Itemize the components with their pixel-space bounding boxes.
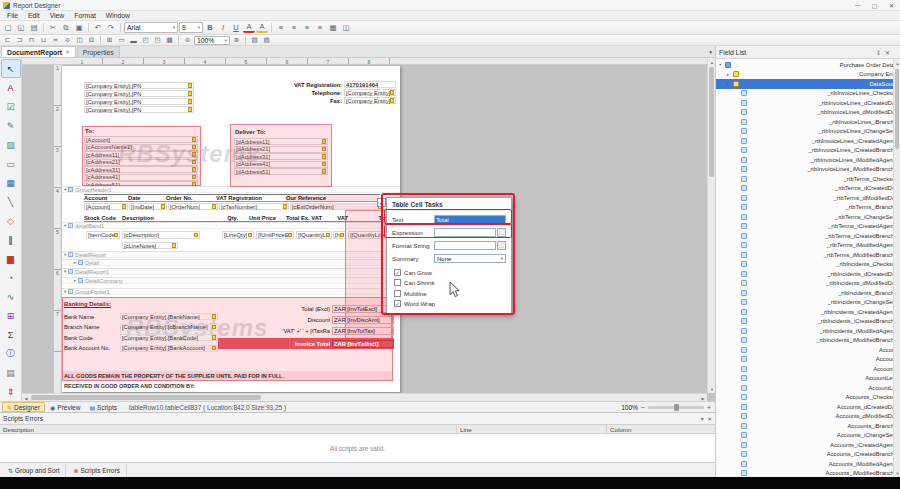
label-tool[interactable]: A [1,78,21,97]
field-list-item[interactable]: ▾ Purchase Order Details [716,60,900,70]
center-vertically-icon[interactable]: ≎ [62,36,73,45]
band-groupheader1[interactable]: ▾GroupHeader1 [62,186,400,193]
scroll-up-icon[interactable]: ▲ [708,58,716,66]
zoom-slider[interactable] [648,406,704,409]
field-list-item[interactable]: _rtbIncidents_iChangeSetID [716,298,900,308]
close-icon[interactable]: ✕ [707,416,712,422]
popup-checkbox[interactable]: Word Wrap [392,299,506,310]
tab-designer[interactable]: ✎Designer [2,402,45,412]
align-left-edges-icon[interactable]: ⊏ [2,36,13,45]
company-field[interactable]: [Company Entity].[PN [84,82,194,89]
field-list-item[interactable]: AccountLevel [716,374,900,384]
detail-field[interactable]: [InvTotTax [333,231,346,239]
text-input[interactable]: Total [434,215,506,224]
summary-select[interactable]: None▾ [434,254,506,263]
field-list-item[interactable]: _rtbInvoiceLines_iCreatedBranchID [716,146,900,156]
italic-button[interactable]: I [217,22,229,33]
cross-band-line-tool[interactable]: ⇕ [1,382,21,401]
bring-to-front-icon[interactable]: ◰ [140,36,151,45]
minimize-button[interactable]: — [849,0,866,10]
chart-tool[interactable]: ▆ [1,249,21,268]
collapse-icon[interactable]: ▾ [64,223,66,228]
align-center-icon[interactable]: ≡ [288,22,300,33]
menu-item[interactable]: File [2,12,23,19]
scroll-down-icon[interactable]: ▼ [894,469,900,477]
field-list-item[interactable]: _rtbTerms_Checksum [716,174,900,184]
error-grid-column-header[interactable]: Description [0,425,457,433]
detail-field[interactable]: [fUnitPriceExcl] [256,231,294,239]
footer-received-line[interactable]: RECEIVED IN GOOD ORDER AND CONDITION BY: [64,383,195,389]
justify-icon[interactable]: ≡ [314,22,326,33]
expression-input[interactable] [434,228,496,237]
tab-group-and-sort[interactable]: ⇅Group and Sort [2,464,66,477]
field-list-item[interactable]: ▾ DataSource [716,79,900,89]
pivot-grid-tool[interactable]: ⊞ [1,306,21,325]
undo-icon[interactable]: ↶ [92,22,104,33]
collapse-icon[interactable]: ▾ [64,289,66,294]
align-right-edges-icon[interactable]: ⊐ [14,36,25,45]
field-list-item[interactable]: _rtbInvoiceLines_iBranchID [716,117,900,127]
scrollbar-thumb[interactable] [709,67,714,177]
detail-field[interactable]: [fQuantityLineT [296,231,332,239]
collapse-icon[interactable]: ▸ [74,260,76,265]
field-list-item[interactable]: _rtbIncidents_iBranchID [716,288,900,298]
vat-field[interactable]: [Company Entity].[T [344,89,396,96]
header-field[interactable]: [Account] [84,203,128,210]
field-list-item[interactable]: ▸ Company Entity [716,70,900,80]
field-list-item[interactable]: Accounts_iBranchID [716,421,900,431]
same-width-icon[interactable]: ◫ [74,36,85,45]
maximize-button[interactable]: ▢ [866,0,883,10]
field-list-item[interactable]: _rtbTerms_iCreatedBranchID [716,231,900,241]
total-row[interactable]: Discount ZAR [InvDiscAmt] [218,316,394,325]
tab-document-report[interactable]: DocumentReport ✕ [1,46,76,57]
field-list-item[interactable]: Accounts_iModifiedAgentID [716,459,900,469]
field-list-item[interactable]: Accounts_iCreatedBranchID [716,450,900,460]
to-label[interactable]: To: [85,128,94,134]
line-notes-field[interactable]: [cLineNotes] [122,242,178,249]
barcode-tool[interactable]: ∥ [1,230,21,249]
field-list-item[interactable]: _rtbIncidents_iCreatedBranchID [716,317,900,327]
field-list-item[interactable]: _rtbIncidents_dCreatedDate [716,269,900,279]
field-list-item[interactable]: _rtbIncidents_dModifiedDate [716,279,900,289]
band-detailreport1[interactable]: ▾DetailReport1 [62,268,400,275]
save-icon[interactable]: ▤ [28,22,40,33]
field-list-item[interactable]: _rtbInvoiceLines_Checksum [716,89,900,99]
field-list-item[interactable]: Accounts_iModifiedBranchID [716,469,900,478]
highlight-color-button[interactable]: A [256,22,268,33]
format-ellipsis-button[interactable]: … [497,241,506,250]
popup-checkbox[interactable]: Can Grow [392,267,506,278]
field-list-item[interactable]: _rtbIncidents_Checksum [716,260,900,270]
font-size-select[interactable]: 9▾ [179,22,203,33]
horizontal-spacing-icon[interactable]: ▭ [116,36,127,45]
snap-grid-icon[interactable]: ▩ [164,36,175,45]
header-field[interactable]: [cTaxNumber] [219,203,289,210]
field-list-item[interactable]: _rtbInvoiceLines_iModifiedAgentID [716,155,900,165]
align-left-icon[interactable]: ≡ [275,22,287,33]
tab-scripts[interactable]: ▤Scripts [85,402,121,412]
field-list-item[interactable]: _rtbIncidents_iModifiedBranchID [716,336,900,346]
address-field[interactable]: [dAddress51] [234,168,328,175]
cut-icon[interactable]: ✂ [47,22,59,33]
field-list-item[interactable]: _rtbInvoiceLines_iCreatedAgentID [716,136,900,146]
bank-field[interactable]: [Company Entity].[BankName] [120,313,218,320]
vertical-scrollbar[interactable]: ▲ ▼ [707,58,715,393]
zoom-out-icon[interactable]: ⊖ [182,36,193,45]
total-row[interactable]: 'VAT' +' ' + [fTaxRa ZAR [InvTotTax] [218,327,394,336]
vat-field[interactable]: 4170191464 [344,81,396,88]
font-family-select[interactable]: Arial▾ [124,22,178,33]
deliver-to-label[interactable]: Deliver To: [235,129,266,135]
smart-tag-button[interactable]: ▸ [377,198,386,207]
collapse-icon[interactable]: ▸ [74,278,76,283]
close-button[interactable]: ✕ [883,0,900,10]
font-color-button[interactable]: A [243,22,255,33]
report-page[interactable]: RBSystems RBSystems [Company Entity].[PN… [62,66,400,392]
collapse-icon[interactable]: ▾ [64,187,66,192]
field-list-item[interactable]: _rtbTerms_iModifiedAgentID [716,241,900,251]
field-list-item[interactable]: _rtbTerms_iModifiedBranchID [716,250,900,260]
band-detail[interactable]: ▸Detail [62,259,400,266]
open-icon[interactable]: ◱ [15,22,27,33]
new-report-icon[interactable]: ▢ [2,22,14,33]
field-list-item[interactable]: Accounts_dCreatedDate [716,402,900,412]
field-list-item[interactable]: Account1 [716,355,900,365]
copy-icon[interactable]: ⧉ [60,22,72,33]
